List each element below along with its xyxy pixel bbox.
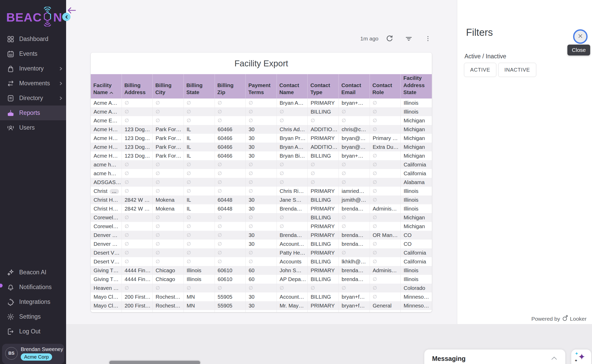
table-cell: ∅: [246, 99, 277, 107]
table-cell: ADDITIO…: [308, 125, 339, 134]
table-cell: 60466: [215, 143, 246, 151]
table-cell: ADDITIO…: [308, 143, 339, 151]
table-cell: Bryan A…: [277, 143, 308, 151]
table-cell: ∅: [153, 116, 184, 125]
close-filters-button[interactable]: [573, 29, 588, 44]
column-header[interactable]: Contact Email: [339, 74, 370, 99]
app-screen: BEAC N Dashboard: [0, 0, 592, 364]
active-filter-button[interactable]: ACTIVE: [464, 63, 496, 77]
table-cell: bryan+…: [339, 99, 370, 107]
table-cell: ∅: [184, 178, 215, 187]
sidebar-item-integrations[interactable]: Integrations: [0, 295, 66, 309]
table-cell: MN: [184, 310, 215, 312]
table-cell: 2842 W …: [122, 195, 153, 204]
table-cell: ∅: [308, 178, 339, 187]
column-header[interactable]: Contact Role: [370, 74, 401, 99]
sidebar-item-logout[interactable]: Log Out: [0, 324, 66, 339]
sparkles-icon: [7, 269, 15, 276]
table-cell: ∅: [153, 240, 184, 248]
column-header[interactable]: Billing Zip: [215, 74, 246, 99]
table-cell: 200 First…: [122, 310, 153, 312]
table-cell: ∅: [215, 248, 246, 257]
chevron-up-icon[interactable]: [551, 356, 557, 361]
sidebar-collapse-button[interactable]: [62, 13, 71, 21]
sidebar-item-movements[interactable]: Movements: [0, 76, 66, 91]
table-cell: CO: [401, 231, 432, 240]
table-cell: ∅: [153, 231, 184, 240]
table-cell: ∅: [184, 160, 215, 169]
column-header[interactable]: Facility Address State: [401, 74, 432, 99]
sidebar-item-events[interactable]: Events: [0, 46, 66, 61]
column-header[interactable]: Contact Name: [277, 74, 308, 99]
table-cell: Rochest…: [153, 310, 184, 312]
sidebar-item-users[interactable]: Users: [0, 120, 66, 135]
table-cell: 4444 Fin…: [122, 275, 153, 284]
table-row: Acme A…∅∅∅∅∅Bryan A…PRIMARYbryan+…∅Illin…: [91, 99, 432, 107]
table-cell: ∅: [370, 116, 401, 125]
sidebar-item-label: Inventory: [19, 65, 44, 72]
table-cell: ∅: [184, 240, 215, 248]
org-badge: Acme Corp: [21, 353, 52, 361]
table-cell: Park For…: [153, 143, 184, 151]
sidebar-item-settings[interactable]: Settings: [0, 309, 66, 324]
kebab-menu-icon[interactable]: [424, 34, 432, 43]
table-cell: California: [401, 169, 432, 178]
table-cell: Minneso…: [401, 301, 432, 310]
table-cell: Corewel…: [91, 213, 122, 222]
table-cell: ∅: [370, 178, 401, 187]
column-header[interactable]: Facility Name: [91, 74, 122, 99]
table-row: Mayo Cl…200 First…Rochest…MN5590530Accou…: [91, 292, 432, 301]
sparkle-icon-large: ✦: [578, 352, 586, 362]
table-cell: ∅: [277, 107, 308, 116]
table-cell: Christ H…: [91, 195, 122, 204]
table-cell: ADDITIO…: [308, 310, 339, 312]
messaging-bar[interactable]: Messaging: [424, 349, 565, 364]
table-cell: Brenda…: [277, 231, 308, 240]
horizontal-scrollbar-thumb[interactable]: [109, 361, 200, 364]
report-toolbar: 1m ago: [360, 33, 432, 44]
table-cell: ∅: [246, 169, 277, 178]
refresh-icon[interactable]: [385, 34, 394, 43]
sidebar-item-label: Log Out: [19, 328, 40, 335]
table-row: Desert V…∅∅∅∅∅Patty He…PRIMARY∅∅Californ…: [91, 248, 432, 257]
table-cell: 30: [246, 292, 277, 301]
table-cell: ∅: [153, 160, 184, 169]
sidebar-item-inventory[interactable]: Inventory: [0, 61, 66, 76]
table-cell: IL: [184, 204, 215, 213]
table-cell: OR Man…: [370, 231, 401, 240]
sidebar-item-notifications[interactable]: Notifications: [0, 280, 66, 295]
table-cell: Illinois: [401, 195, 432, 204]
table-cell: chris@c…: [339, 310, 370, 312]
table-cell: ∅: [370, 275, 401, 284]
table-cell: ∅: [277, 160, 308, 169]
table-cell: ∅: [339, 169, 370, 178]
table-cell: PRIMARY: [308, 187, 339, 195]
table-cell: John S…: [277, 266, 308, 275]
table-cell: ∅: [370, 107, 401, 116]
table-cell: 123 Dog…: [122, 125, 153, 134]
sidebar-item-label: Settings: [19, 313, 41, 320]
table-cell: Park For…: [153, 151, 184, 160]
table-cell: ∅: [215, 116, 246, 125]
column-header[interactable]: Payment Terms: [246, 74, 277, 99]
column-header[interactable]: Billing City: [153, 74, 184, 99]
sidebar-item-beacon-ai[interactable]: Beacon AI: [0, 265, 66, 280]
user-card[interactable]: BS Brendan Sweeney Acme Corp: [2, 344, 64, 364]
report-title: Facility Export: [91, 53, 432, 74]
ai-assistant-button[interactable]: ✦ ✦ ✦: [571, 349, 591, 364]
sidebar-item-directory[interactable]: Directory: [0, 91, 66, 106]
column-header[interactable]: Contact Type: [308, 74, 339, 99]
column-header[interactable]: Billing Address: [122, 74, 153, 99]
filter-icon[interactable]: [404, 34, 413, 43]
sidebar-item-dashboard[interactable]: Dashboard: [0, 32, 66, 46]
inactive-filter-button[interactable]: INACTIVE: [498, 63, 536, 77]
table-cell: ∅: [339, 213, 370, 222]
bell-icon: [7, 283, 15, 291]
truncation-pill[interactable]: …: [110, 189, 119, 194]
sidebar-item-reports[interactable]: Reports: [0, 106, 66, 120]
column-header[interactable]: Billing State: [184, 74, 215, 99]
table-cell: ∅: [153, 99, 184, 107]
filters-panel: Filters Close Active / Inactive ACTIVE I…: [457, 0, 592, 324]
table-cell: ∅: [122, 240, 153, 248]
table-cell: Chris Ad…: [277, 125, 308, 134]
